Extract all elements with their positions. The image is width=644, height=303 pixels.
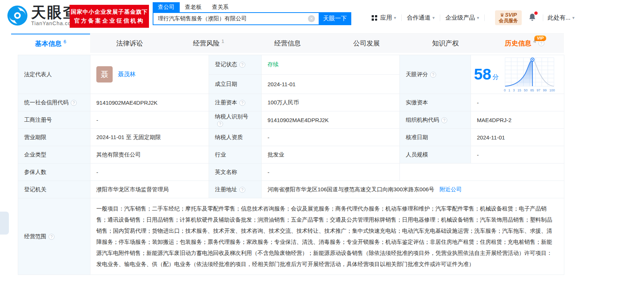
help-icon[interactable]: ? [239,187,245,193]
tab-basic-info[interactable]: 基本信息 6 [11,34,90,53]
nav-apps-label: 应用 [380,14,392,22]
tianyancha-logo[interactable]: 天眼查 TianYanCha.com [7,5,79,26]
search-tab-company[interactable]: 查公司 [153,2,180,12]
table-row: 企业类型 其他有限责任公司 行业 批发业 人员规模 - [18,146,564,164]
paid-capital-value: - [471,94,564,111]
tab-count: 6 [63,39,66,44]
nav-apps[interactable]: 应用 ▾ [371,14,396,22]
business-term-label: 营业期限 [18,129,90,146]
field-label: 注册资本 [215,99,237,105]
field-label: 实缴资本 [406,99,428,105]
help-icon[interactable]: ? [71,100,77,106]
svip-sub-label: 会员服务 [499,18,518,24]
basic-info-table: 法定代表人 聂 聂茂林 登记状态? 存续 天眼评分? 58 分 [18,55,564,275]
company-tabbar: 基本信息 6 法律诉讼 经营风险 1 经营信息 公司发展 知识产权 VIP 历史… [11,33,564,53]
table-row: 营业期限 2024-11-01 至 无固定期限 纳税人资质 - 核准日期 202… [18,129,564,146]
help-icon[interactable]: ? [239,62,245,68]
reg-status-label: 登记状态? [209,55,262,75]
notification-bell[interactable] [528,13,536,23]
user-menu[interactable]: 此处有... ▾ [548,14,574,22]
axis-tick: 85 [530,88,534,92]
chevron-down-icon: ▾ [477,15,479,20]
nav-partner-channel[interactable]: 合作通道 ▾ [407,14,435,22]
tab-history-info[interactable]: VIP 历史信息 4 ? [485,34,564,53]
nearby-companies-link[interactable]: 附近公司 [439,186,462,192]
address-text: 河南省濮阳市华龙区106国道与濮范高速交叉口向南300米路东006号 [268,186,434,192]
chevron-down-icon: ▾ [572,15,574,20]
table-row: 经营范围? 一般项目：汽车销售；二手车经纪；摩托车及零配件零售；信息技术咨询服务… [18,198,564,275]
insured-count-value: - [90,164,209,181]
org-code-value: MAE4DPRJ-2 [471,111,564,129]
help-icon[interactable]: ? [538,40,544,46]
nav-separator [484,14,485,21]
help-icon[interactable]: ? [49,234,54,240]
field-label: 登记机关 [24,186,46,192]
legal-rep-link[interactable]: 聂茂林 [118,71,136,78]
tab-legal-proceedings[interactable]: 法律诉讼 [90,34,169,53]
tab-operating-risk[interactable]: 经营风险 1 [169,34,248,53]
nav-separator [440,14,440,21]
field-label: 组织机构代码 [406,117,439,123]
svip-member-badge[interactable]: ♛SVIP 会员服务 [495,10,522,25]
legal-rep-cell: 聂 聂茂林 [90,55,209,94]
axis-tick: 15 [517,88,521,92]
taxpayer-quality-value: - [262,129,400,146]
table-row: 参保人数 - 英文名称 - [18,164,564,181]
field-label: 工商注册号 [24,117,52,123]
table-row: 统一社会信用代码? 91410902MAE4DPRJ2K 注册资本? 100万人… [18,94,564,111]
help-icon[interactable]: ? [217,121,223,127]
help-icon[interactable]: ? [441,117,447,123]
credit-code-value: 91410902MAE4DPRJ2K [90,94,209,111]
help-icon[interactable]: ? [430,72,436,78]
vip-badge: VIP [534,36,546,41]
search-input[interactable] [153,12,319,25]
notification-dot [534,11,538,15]
field-label: 登记状态 [215,61,237,67]
tab-label: 历史信息 [505,39,531,48]
nav-enterprise-products[interactable]: 企业级产品 ▾ [445,14,479,22]
reg-number-value: - [90,111,209,129]
reg-authority-value: 濮阳市华龙区市场监督管理局 [90,181,209,198]
staff-size-value: - [471,146,564,164]
field-label: 人员规模 [406,151,428,158]
search-tabs: 查公司 查老板 查关系 [153,2,351,12]
paid-capital-label: 实缴资本 [400,94,471,111]
cert-badge-line2: 官方备案企业征信机构 [74,17,145,24]
reg-address-label: 注册地址? [209,181,262,198]
tab-intellectual-property[interactable]: 知识产权 [406,34,485,53]
search-tab-relation[interactable]: 查关系 [207,2,234,12]
reg-authority-label: 登记机关 [18,181,90,198]
chevron-down-icon: ▾ [394,15,396,20]
nav-partner-label: 合作通道 [407,14,431,22]
help-icon[interactable]: ? [239,100,245,106]
org-code-label: 组织机构代码? [400,111,471,129]
field-label: 行业 [215,151,226,158]
table-row: 法定代表人 聂 聂茂林 登记状态? 存续 天眼评分? 58 分 [18,55,564,75]
clear-icon[interactable]: ✕ [308,15,315,22]
field-label: 核准日期 [406,134,428,140]
svip-label: SVIP [505,12,517,18]
english-name-value: - [262,164,400,181]
field-label: 营业期限 [24,134,46,140]
score-label: 天眼评分? [400,55,471,94]
search-button[interactable]: 天眼一下 [319,12,351,25]
avatar[interactable]: 聂 [96,66,113,83]
staff-size-label: 人员规模 [400,146,471,164]
tab-label: 知识产权 [432,39,459,48]
approval-date-value: 2024-11-01 [471,129,564,146]
taxpayer-quality-label: 纳税人资质 [209,129,262,146]
axis-tick: 99 [543,88,547,92]
axis-tick: 3 [513,88,515,92]
industry-label: 行业 [209,146,262,164]
status-badge: 存续 [268,61,279,67]
score-axis-labels: 0 1 3 15 50 85 97 99 100 [504,88,555,92]
tab-company-development[interactable]: 公司发展 [327,34,406,53]
tab-business-info[interactable]: 经营信息 [248,34,327,53]
search-tab-boss[interactable]: 查老板 [180,2,207,12]
user-menu-label: 此处有... [548,14,570,22]
nav-enterprise-label: 企业级产品 [445,14,475,22]
business-scope-value: 一般项目：汽车销售；二手车经纪；摩托车及零配件零售；信息技术咨询服务；会议及展览… [90,198,564,275]
header-nav: 应用 ▾ 合作通道 ▾ 企业级产品 ▾ ♛SVIP 会员服务 此处有... [371,10,574,26]
side-float-widget[interactable] [0,212,9,235]
score-cell: 58 分 [471,55,564,94]
